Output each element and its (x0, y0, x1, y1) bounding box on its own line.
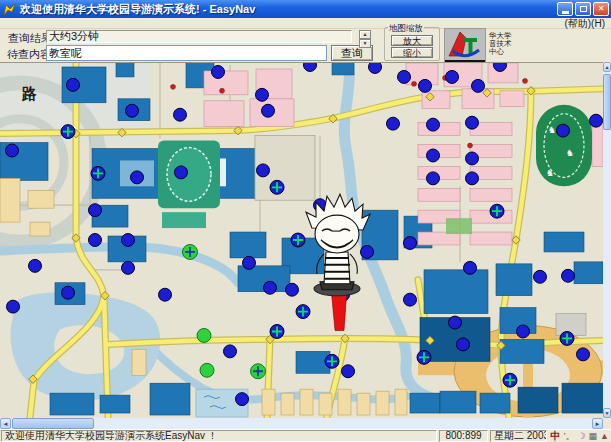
poi-node[interactable] (224, 345, 237, 358)
poi-red-dot (412, 81, 417, 86)
app-icon (3, 3, 16, 16)
poi-node[interactable] (236, 393, 249, 406)
scroll-down-icon[interactable]: ▼ (603, 408, 611, 418)
poi-node[interactable] (174, 108, 187, 121)
ime-eject-icon[interactable]: ▲ (600, 431, 609, 441)
poi-node[interactable] (67, 78, 80, 91)
poi-node[interactable] (122, 234, 135, 247)
poi-node[interactable] (286, 283, 299, 296)
ime-punct-icon[interactable]: ’。 (563, 431, 574, 441)
campus-map[interactable]: ♞ ♞ ♞ 路 (0, 62, 603, 418)
ime-tray: 中 ’。 ☽ ▦ ▲ (550, 430, 609, 442)
zoom-in-button[interactable]: 放大 (391, 35, 433, 46)
poi-red-dot (468, 143, 473, 148)
poi-node[interactable] (342, 365, 355, 378)
poi-node[interactable] (126, 104, 139, 117)
poi-node[interactable] (446, 70, 459, 83)
query-result-field: 大约3分钟 (46, 30, 352, 43)
poi-red-dot (523, 78, 528, 83)
horse-icon: ♞ (548, 125, 556, 135)
poi-node[interactable] (427, 149, 440, 162)
poi-node[interactable] (369, 62, 382, 73)
poi-node[interactable] (590, 114, 603, 127)
poi-node[interactable] (212, 65, 225, 78)
road-label: 路 (21, 85, 37, 102)
poi-node[interactable] (361, 245, 374, 258)
poi-node[interactable] (175, 166, 188, 179)
poi-node[interactable] (89, 234, 102, 247)
poi-node[interactable] (534, 270, 547, 283)
map-vertical-scrollbar[interactable]: ▲ ▼ (603, 62, 611, 418)
poi-node[interactable] (264, 281, 277, 294)
poi-red-dot (171, 84, 176, 89)
poi-node[interactable] (557, 124, 570, 137)
scrollbar-corner (603, 418, 611, 429)
poi-node[interactable] (29, 259, 42, 272)
poi-node[interactable] (419, 79, 432, 92)
close-button[interactable]: ✕ (593, 2, 609, 16)
poi-node[interactable] (62, 286, 75, 299)
poi-node[interactable] (562, 269, 575, 282)
poi-node[interactable] (577, 348, 590, 361)
ime-keyboard-icon[interactable]: ▦ (589, 431, 598, 441)
poi-node[interactable] (457, 338, 470, 351)
map-horizontal-scrollbar[interactable]: ◄ ► (0, 418, 603, 429)
window-title: 欢迎使用清华大学校园导游演示系统! - EasyNav (20, 2, 255, 17)
poi-node[interactable] (466, 172, 479, 185)
scroll-left-icon[interactable]: ◄ (0, 418, 11, 429)
poi-node[interactable] (131, 171, 144, 184)
poi-node[interactable] (494, 62, 507, 71)
poi-node[interactable] (517, 325, 530, 338)
poi-node[interactable] (122, 261, 135, 274)
spin-up-icon[interactable]: ▲ (359, 30, 371, 39)
poi-node[interactable] (262, 104, 275, 117)
status-bar: 欢迎使用清华大学校园导游演示系统EasyNav ！ 800:899 星期二 20… (0, 429, 611, 442)
scroll-up-icon[interactable]: ▲ (603, 62, 611, 72)
ime-chinese-icon[interactable]: 中 (550, 431, 560, 441)
map-zoom-group-title: 地图缩放 (388, 23, 424, 35)
poi-node[interactable] (304, 62, 317, 71)
logo-mark-icon (444, 28, 486, 66)
poi-node[interactable] (243, 256, 256, 269)
poi-node[interactable] (449, 316, 462, 329)
poi-node[interactable] (256, 88, 269, 101)
query-input[interactable] (46, 45, 327, 61)
application-window: 欢迎使用清华大学校园导游演示系统! - EasyNav ✕ (帮助)(H) 查询… (0, 0, 611, 442)
poi-node[interactable] (159, 288, 172, 301)
poi-node[interactable] (466, 116, 479, 129)
spin-down-icon[interactable]: ▼ (359, 39, 371, 48)
poi-node[interactable] (257, 164, 270, 177)
minimize-button[interactable] (557, 2, 573, 16)
close-icon: ✕ (598, 5, 605, 13)
ime-moon-icon[interactable]: ☽ (577, 431, 585, 441)
poi-node[interactable] (472, 79, 485, 92)
poi-node[interactable] (466, 152, 479, 165)
logo-text: 华大学 音技术 中心 (486, 28, 532, 66)
poi-node[interactable] (404, 237, 417, 250)
vertical-scroll-thumb[interactable] (603, 74, 611, 130)
poi-node[interactable] (427, 118, 440, 131)
poi-node[interactable] (6, 144, 19, 157)
poi-green-node[interactable] (197, 329, 211, 343)
poi-node[interactable] (427, 172, 440, 185)
poi-node[interactable] (464, 261, 477, 274)
stadium-east: ♞ ♞ ♞ (536, 105, 592, 187)
map-zoom-groupbox: 地图缩放 放大 缩小 (384, 27, 440, 61)
zoom-out-button[interactable]: 缩小 (391, 47, 433, 58)
poi-node[interactable] (387, 117, 400, 130)
poi-red-dot (220, 88, 225, 93)
poi-green-node[interactable] (200, 363, 214, 377)
maximize-button[interactable] (575, 2, 591, 16)
map-green-patch (446, 218, 472, 234)
status-message: 欢迎使用清华大学校园导游演示系统EasyNav ！ (1, 430, 437, 442)
scroll-right-icon[interactable]: ► (592, 418, 603, 429)
menu-item-help[interactable]: (帮助)(H) (564, 18, 605, 29)
poi-node[interactable] (89, 204, 102, 217)
horizontal-scroll-thumb[interactable] (12, 418, 94, 429)
window-titlebar: 欢迎使用清华大学校园导游演示系统! - EasyNav ✕ (0, 0, 611, 18)
poi-node[interactable] (7, 300, 20, 313)
org-logo: 华大学 音技术 中心 (444, 28, 532, 66)
status-coordinates: 800:899 (439, 430, 488, 442)
poi-node[interactable] (398, 70, 411, 83)
poi-node[interactable] (404, 293, 417, 306)
